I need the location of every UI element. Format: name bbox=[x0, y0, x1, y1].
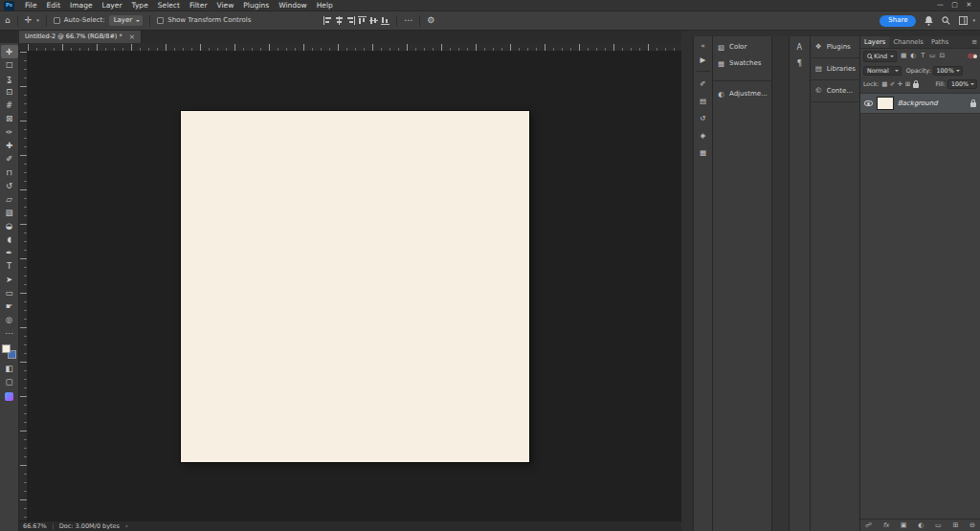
lock-all-icon[interactable] bbox=[913, 83, 919, 88]
clone-stamp-tool[interactable]: ⊓ bbox=[1, 166, 18, 179]
quick-mask-button[interactable]: ◧ bbox=[1, 362, 18, 375]
rectangle-tool[interactable]: ▭ bbox=[1, 286, 18, 299]
color-panel-button[interactable]: ▧ Color bbox=[713, 39, 771, 55]
align-top-icon[interactable] bbox=[358, 16, 367, 25]
lock-pixels-icon[interactable]: ✐ bbox=[888, 81, 896, 88]
add-layer-mask-icon[interactable]: ▣ bbox=[901, 522, 907, 529]
auto-select-target-dropdown[interactable]: Layer bbox=[109, 15, 144, 26]
pen-tool[interactable]: ✒ bbox=[1, 246, 18, 259]
bell-icon[interactable] bbox=[924, 16, 933, 26]
layer-effects-icon[interactable]: fx bbox=[883, 522, 889, 529]
path-selection-tool[interactable]: ➤ bbox=[1, 273, 18, 286]
menu-item[interactable]: File bbox=[20, 2, 42, 10]
menu-item[interactable]: Filter bbox=[185, 2, 212, 10]
more-options-icon[interactable]: ⋯ bbox=[404, 16, 412, 25]
history-panel-icon[interactable]: ↺ bbox=[696, 111, 711, 125]
foreground-color-swatch[interactable] bbox=[2, 344, 11, 353]
layer-visibility-eye-icon[interactable] bbox=[864, 100, 873, 106]
chevron-down-icon[interactable]: ▾ bbox=[972, 18, 975, 23]
document-canvas[interactable] bbox=[181, 111, 529, 462]
align-center-horizontal-icon[interactable] bbox=[335, 16, 344, 25]
document-tab[interactable]: Untitled-2 @ 66.7% (RGB/8#) * × bbox=[19, 31, 142, 43]
blend-mode-dropdown[interactable]: Normal bbox=[863, 66, 902, 76]
menu-item[interactable]: Image bbox=[65, 2, 98, 10]
screen-mode-button[interactable]: ▢ bbox=[1, 375, 18, 388]
brush-settings-panel-icon[interactable]: ✐ bbox=[696, 77, 711, 91]
search-icon[interactable] bbox=[942, 16, 950, 25]
plugins-panel-button[interactable]: ❖ Plugins bbox=[811, 36, 859, 58]
show-transform-controls-checkbox[interactable] bbox=[157, 17, 164, 24]
gradient-tool[interactable]: ▨ bbox=[1, 206, 18, 219]
filter-type-layers-icon[interactable]: T bbox=[918, 51, 927, 61]
opacity-value-dropdown[interactable]: 100% bbox=[933, 66, 963, 76]
tab-paths[interactable]: Paths bbox=[927, 36, 952, 48]
tab-channels[interactable]: Channels bbox=[889, 36, 926, 48]
swatches-panel-button[interactable]: ▦ Swatches bbox=[713, 55, 771, 72]
actions-panel-icon[interactable]: ▶ bbox=[696, 53, 711, 67]
menu-item[interactable]: Window bbox=[274, 2, 312, 10]
brush-tool[interactable]: ✐ bbox=[1, 152, 18, 166]
auto-select-checkbox[interactable] bbox=[54, 17, 60, 24]
menu-item[interactable]: Plugins bbox=[238, 2, 274, 10]
move-tool-options-icon[interactable]: ✛ bbox=[25, 16, 33, 25]
color-swatches[interactable] bbox=[2, 344, 16, 359]
spot-healing-brush-tool[interactable]: ✚ bbox=[1, 139, 18, 152]
collapse-dock-icon[interactable]: « bbox=[696, 38, 711, 53]
move-tool[interactable]: ✛ bbox=[1, 45, 18, 58]
link-layers-icon[interactable]: ☍ bbox=[865, 522, 872, 529]
share-button[interactable]: Share bbox=[880, 15, 916, 27]
layer-lock-icon[interactable] bbox=[970, 102, 976, 107]
new-adjustment-layer-icon[interactable]: ◐ bbox=[918, 522, 924, 529]
menu-item[interactable]: Layer bbox=[98, 2, 127, 10]
lock-artboard-icon[interactable]: ⊞ bbox=[903, 81, 911, 88]
zoom-tool[interactable]: ◎ bbox=[1, 313, 18, 326]
close-button[interactable]: ✕ bbox=[962, 2, 976, 9]
character-panel-icon[interactable]: A bbox=[791, 40, 807, 55]
close-tab-icon[interactable]: × bbox=[129, 33, 135, 41]
timeline-panel-icon[interactable]: ▦ bbox=[696, 145, 711, 160]
filter-shape-layers-icon[interactable]: ▭ bbox=[927, 51, 937, 61]
menu-item[interactable]: Select bbox=[153, 2, 185, 10]
edit-toolbar-button[interactable]: ⋯ bbox=[1, 326, 18, 340]
kind-filter-dropdown[interactable]: Kind bbox=[863, 51, 897, 62]
blur-tool[interactable]: ◒ bbox=[1, 219, 18, 232]
eyedropper-tool[interactable]: ✑ bbox=[1, 125, 18, 139]
menu-item[interactable]: Help bbox=[312, 2, 338, 10]
gear-icon[interactable]: ⚙ bbox=[427, 16, 434, 25]
history-brush-tool[interactable]: ↺ bbox=[1, 179, 18, 192]
status-chevron-icon[interactable]: › bbox=[125, 523, 128, 530]
panel-menu-icon[interactable]: ≡ bbox=[969, 39, 980, 46]
delete-layer-icon[interactable]: ⊖ bbox=[969, 522, 975, 529]
new-group-icon[interactable]: ▭ bbox=[935, 522, 942, 529]
frame-tool[interactable]: ⊠ bbox=[1, 112, 18, 125]
adjustments-panel-button[interactable]: ◐ Adjustme... bbox=[713, 86, 771, 102]
menu-item[interactable]: Type bbox=[127, 2, 153, 10]
filter-toggle-switch[interactable] bbox=[968, 54, 977, 58]
filter-pixel-layers-icon[interactable]: ▦ bbox=[899, 51, 908, 61]
align-left-icon[interactable] bbox=[323, 16, 332, 25]
crop-tool[interactable]: # bbox=[1, 99, 18, 112]
align-bottom-icon[interactable] bbox=[381, 16, 390, 25]
align-right-icon[interactable] bbox=[346, 16, 355, 25]
filter-smart-objects-icon[interactable]: ⊡ bbox=[937, 51, 947, 61]
navigator-panel-icon[interactable]: ◈ bbox=[696, 128, 711, 143]
pasteboard[interactable] bbox=[28, 52, 681, 520]
object-selection-tool[interactable]: ⊡ bbox=[1, 85, 18, 99]
generative-ai-icon[interactable] bbox=[5, 392, 13, 401]
fill-value-dropdown[interactable]: 100% bbox=[947, 79, 977, 89]
rectangular-marquee-tool[interactable]: ☐ bbox=[1, 58, 18, 72]
lock-transparency-icon[interactable]: ▦ bbox=[880, 81, 888, 88]
tab-layers[interactable]: Layers bbox=[860, 36, 890, 48]
workspace-layout-icon[interactable] bbox=[959, 16, 968, 25]
layer-row-background[interactable]: Background bbox=[860, 93, 980, 114]
content-credentials-panel-button[interactable]: © Conte... bbox=[811, 80, 859, 102]
filter-adjustment-layers-icon[interactable]: ◐ bbox=[908, 51, 918, 61]
libraries-panel-button[interactable]: ▤ Libraries bbox=[811, 58, 859, 80]
menu-item[interactable]: View bbox=[212, 2, 238, 10]
home-icon[interactable]: ⌂ bbox=[5, 16, 11, 25]
zoom-level-field[interactable]: 66.67% bbox=[23, 523, 47, 530]
type-tool[interactable]: T bbox=[1, 259, 18, 273]
layer-thumbnail[interactable] bbox=[877, 97, 894, 110]
dodge-tool[interactable]: ◖ bbox=[1, 232, 18, 246]
paragraph-panel-icon[interactable]: ¶ bbox=[791, 56, 807, 71]
